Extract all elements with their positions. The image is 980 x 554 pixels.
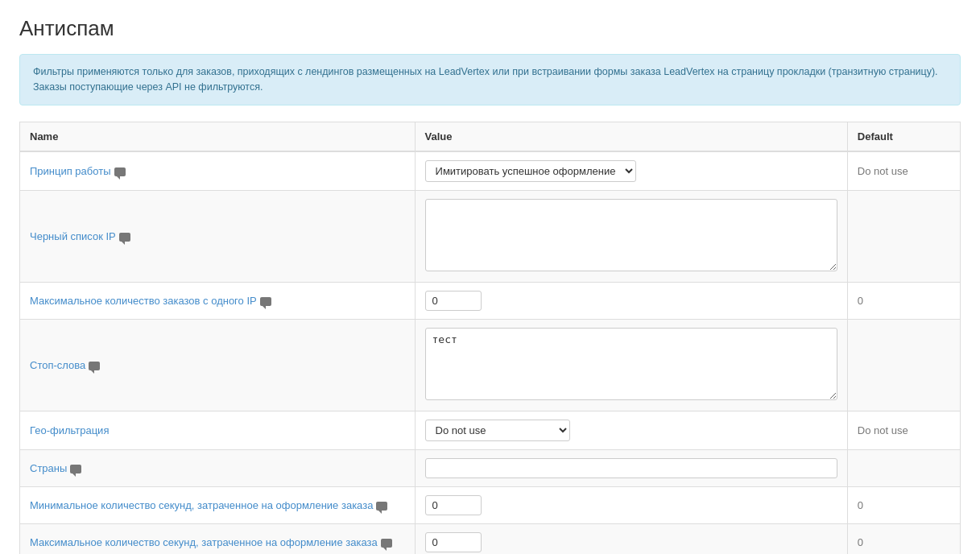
row-name-cell: Минимальное количество секунд, затраченн… [20,486,416,523]
settings-table: Name Value Default Принцип работыИмитиро… [19,122,961,555]
page-title: Антиспам [19,16,961,41]
row-default-cell: Do not use [847,411,960,449]
row-value-cell [415,486,847,523]
comment-icon[interactable] [376,502,387,511]
comment-icon[interactable] [119,233,130,242]
col-header-name: Name [20,122,416,151]
row-default-cell [847,449,960,486]
row-label: Максимальное количество заказов с одного… [30,295,257,307]
row-select[interactable]: Имитировать успешное оформлениеDo not us… [425,160,636,182]
table-row: Максимальное количество заказов с одного… [20,282,961,319]
row-label: Принцип работы [30,165,111,177]
row-value-cell: Do not useWhitelistBlacklist [415,411,847,449]
row-input-wide[interactable] [425,458,837,478]
comment-icon[interactable] [89,362,100,370]
row-label: Максимальное количество секунд, затрачен… [30,536,378,548]
row-value-cell: тест [415,319,847,411]
comment-icon[interactable] [260,297,271,306]
row-name-cell: Принцип работы [20,151,416,191]
info-box: Фильтры применяются только для заказов, … [19,54,961,105]
table-row: Страны [20,449,961,486]
row-value-cell [415,523,847,554]
row-name-cell: Стоп-слова [20,319,416,411]
row-label: Страны [30,462,67,474]
row-default-cell [847,319,960,411]
table-row: Минимальное количество секунд, затраченн… [20,486,961,523]
row-value-cell [415,282,847,319]
table-row: Максимальное количество секунд, затрачен… [20,523,961,554]
table-row: Стоп-словатест [20,319,961,411]
row-default-cell: Do not use [847,151,960,191]
row-name-cell: Максимальное количество заказов с одного… [20,282,416,319]
row-value-cell [415,190,847,282]
comment-icon[interactable] [114,167,126,176]
col-header-default: Default [847,122,960,151]
row-textarea[interactable] [425,199,837,271]
row-default-cell: 0 [847,523,960,554]
row-input[interactable] [425,495,482,515]
table-row: Гео-фильтрацияDo not useWhitelistBlackli… [20,411,961,449]
row-select[interactable]: Do not useWhitelistBlacklist [425,420,570,441]
row-name-cell: Гео-фильтрация [20,411,416,449]
comment-icon[interactable] [70,465,81,473]
row-default-cell: 0 [847,486,960,523]
row-value-cell [415,449,847,486]
row-input[interactable] [425,532,482,552]
row-name-cell: Черный список IP [20,190,416,282]
row-label: Гео-фильтрация [30,424,109,436]
row-default-cell [847,190,960,282]
table-row: Принцип работыИмитировать успешное оформ… [20,151,961,191]
row-label: Стоп-слова [30,359,85,371]
row-label: Черный список IP [30,230,116,242]
row-name-cell: Максимальное количество секунд, затрачен… [20,523,416,554]
row-textarea[interactable]: тест [425,328,837,400]
table-header-row: Name Value Default [20,122,961,151]
row-default-cell: 0 [847,282,960,319]
row-label: Минимальное количество секунд, затраченн… [30,499,373,511]
col-header-value: Value [415,122,847,151]
table-row: Черный список IP [20,190,961,282]
row-value-cell: Имитировать успешное оформлениеDo not us… [415,151,847,191]
row-name-cell: Страны [20,449,416,486]
comment-icon[interactable] [381,539,392,548]
row-input[interactable] [425,291,482,311]
info-box-text: Фильтры применяются только для заказов, … [33,66,938,93]
